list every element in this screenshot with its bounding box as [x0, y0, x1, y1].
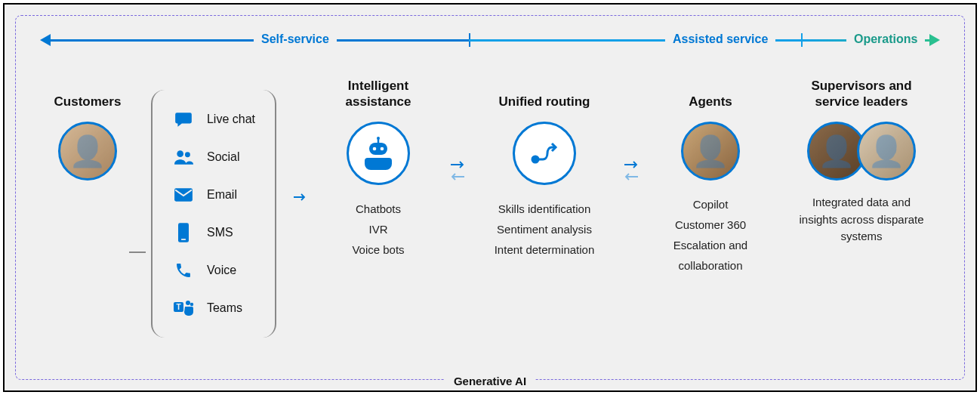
channel-social: Social	[172, 138, 255, 176]
unified-routing-column: Unified routing Skills identification Se…	[476, 76, 612, 260]
customers-title: Customers	[54, 76, 122, 110]
agents-title: Agents	[689, 76, 732, 110]
intelligent-assistance-column: Intelligent assistance Chatbots IVR Voic…	[318, 76, 439, 260]
email-icon	[172, 184, 195, 206]
svg-point-1	[185, 152, 190, 157]
routing-title: Unified routing	[499, 76, 590, 110]
channels-column: Live chat Social Email	[146, 90, 282, 338]
intelligent-title: Intelligent assistance	[318, 76, 439, 110]
self-service-label: Self-service	[254, 32, 337, 46]
agent-avatar	[681, 122, 740, 181]
social-icon	[172, 146, 195, 168]
agents-sub-list: Copilot Customer 360 Escalation and coll…	[650, 194, 771, 276]
routing-icon	[513, 122, 576, 185]
sub-item: Chatbots	[352, 199, 404, 219]
arrow-right-icon	[929, 34, 940, 46]
connector-line	[129, 252, 146, 253]
svg-point-10	[373, 147, 377, 151]
customer-avatar	[58, 122, 117, 181]
sub-item: Voice bots	[352, 239, 404, 260]
channel-label: Email	[207, 188, 237, 202]
bidirectional-connector	[612, 76, 650, 265]
channel-label: Teams	[207, 301, 242, 315]
sub-item: Copilot	[650, 194, 771, 214]
sub-item: Customer 360	[650, 214, 771, 235]
supervisors-column: Supervisors and service leaders Integrat…	[794, 76, 929, 245]
channel-label: Voice	[207, 264, 236, 277]
channel-teams: T Teams	[172, 289, 255, 327]
arrow-right-connector	[282, 76, 318, 318]
sub-item: Sentiment analysis	[495, 219, 595, 239]
svg-rect-9	[369, 143, 387, 155]
generative-ai-label: Generative AI	[445, 375, 535, 387]
bot-icon	[347, 122, 410, 185]
sub-item: Escalation and collaboration	[650, 235, 771, 276]
assisted-service-label: Assisted service	[665, 32, 775, 46]
customers-column: Customers	[46, 76, 129, 181]
channel-sms: SMS	[172, 214, 255, 252]
sub-item: Intent determination	[495, 239, 595, 260]
bidirectional-connector	[439, 76, 476, 265]
svg-point-0	[177, 150, 183, 157]
supervisors-sub-text: Integrated data and insights across disp…	[794, 194, 929, 245]
supervisor-avatar-2	[857, 122, 916, 181]
agents-column: Agents Copilot Customer 360 Escalation a…	[650, 76, 771, 276]
svg-point-13	[377, 137, 380, 140]
svg-point-14	[532, 156, 538, 162]
svg-point-11	[381, 147, 384, 151]
flow-row: Customers Live chat	[46, 76, 934, 338]
channel-label: Social	[207, 150, 240, 164]
svg-point-7	[186, 301, 190, 305]
chat-icon	[172, 108, 195, 131]
supervisor-avatars	[807, 122, 916, 181]
channel-email: Email	[172, 176, 255, 214]
sms-icon	[172, 221, 195, 244]
operations-label: Operations	[846, 32, 925, 46]
teams-icon: T	[172, 297, 195, 319]
supervisors-title: Supervisors and service leaders	[794, 76, 929, 110]
channels-bracket: Live chat Social Email	[151, 90, 276, 338]
svg-text:T: T	[176, 303, 180, 311]
intelligent-sub-list: Chatbots IVR Voice bots	[352, 199, 404, 260]
channel-voice: Voice	[172, 252, 255, 289]
generative-ai-boundary: Self-service Assisted service Operations…	[15, 15, 965, 380]
sub-item: IVR	[352, 219, 404, 239]
routing-sub-list: Skills identification Sentiment analysis…	[495, 199, 595, 260]
svg-rect-4	[181, 239, 186, 240]
diagram-frame: Self-service Assisted service Operations…	[3, 3, 977, 392]
channel-label: Live chat	[207, 113, 255, 126]
sub-item: Skills identification	[495, 199, 595, 219]
channel-label: SMS	[207, 226, 233, 239]
svg-point-8	[190, 303, 193, 306]
channel-live-chat: Live chat	[172, 100, 255, 138]
voice-icon	[172, 259, 195, 282]
service-tier-bar: Self-service Assisted service Operations	[46, 31, 934, 54]
